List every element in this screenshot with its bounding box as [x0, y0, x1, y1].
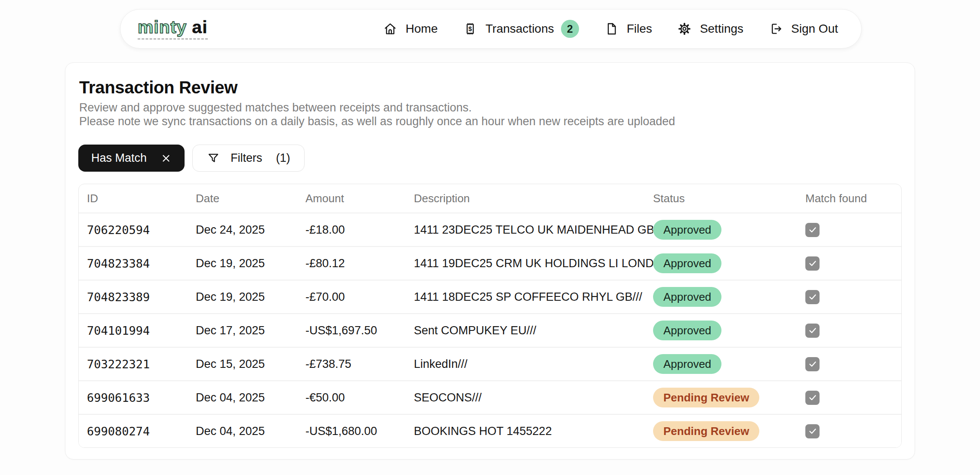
status-badge: Pending Review — [653, 388, 759, 407]
filters-button-label: Filters — [231, 151, 262, 165]
cell-id: 699080274 — [87, 425, 196, 438]
cell-match-found — [805, 424, 901, 438]
cell-date: Dec 17, 2025 — [196, 324, 305, 337]
filter-row: Has Match Filters (1) — [78, 145, 902, 172]
status-badge: Approved — [653, 287, 721, 307]
table-header-row: IDDateAmountDescriptionStatusMatch found — [79, 184, 901, 213]
table-row: 703222321Dec 15, 2025-£738.75LinkedIn///… — [79, 347, 901, 380]
subtitle-line-2: Please note we sync transactions on a da… — [79, 115, 675, 128]
cell-match-found — [805, 357, 901, 371]
nav-item-sign-out[interactable]: Sign Out — [768, 22, 838, 36]
column-header-id: ID — [87, 192, 196, 205]
status-badge: Approved — [653, 321, 721, 340]
gear-icon — [677, 22, 692, 36]
match-found-checkbox[interactable] — [805, 357, 820, 371]
funnel-icon — [206, 151, 220, 165]
column-header-date: Date — [196, 192, 305, 205]
page-title: Transaction Review — [79, 77, 902, 97]
sign-out-icon — [768, 22, 783, 36]
transaction-review-card: Transaction Review Review and approve su… — [65, 62, 915, 460]
cell-amount: -US$1,680.00 — [305, 425, 414, 438]
cell-amount: -£70.00 — [305, 290, 414, 304]
close-icon[interactable] — [160, 153, 172, 164]
cell-status: Approved — [653, 321, 805, 340]
cell-status: Pending Review — [653, 421, 805, 441]
status-badge: Pending Review — [653, 421, 759, 441]
column-header-amount: Amount — [305, 192, 414, 205]
brand-logo-ai: ai — [192, 19, 207, 36]
nav-item-files[interactable]: Files — [604, 22, 652, 36]
page-subtitle: Review and approve suggested matches bet… — [79, 101, 902, 128]
cell-match-found — [805, 290, 901, 304]
cell-description: Sent COMPUKEY EU/// — [414, 324, 653, 337]
brand-logo[interactable]: minty ai — [138, 19, 208, 40]
match-found-checkbox[interactable] — [805, 424, 820, 438]
status-badge: Approved — [653, 253, 721, 273]
file-icon — [604, 22, 619, 36]
cell-match-found — [805, 391, 901, 405]
cell-description: 1411 18DEC25 SP COFFEECO RHYL GB/// — [414, 290, 653, 304]
status-badge: Approved — [653, 220, 721, 240]
filters-count: (1) — [276, 151, 290, 165]
cell-id: 706220594 — [87, 223, 196, 237]
transactions-count-badge: 2 — [561, 20, 579, 38]
column-header-description: Description — [414, 192, 653, 205]
cell-amount: -£80.12 — [305, 257, 414, 270]
filters-button[interactable]: Filters (1) — [192, 145, 305, 172]
cell-match-found — [805, 256, 901, 271]
cell-id: 704823384 — [87, 257, 196, 270]
cell-status: Approved — [653, 220, 805, 240]
cell-status: Approved — [653, 253, 805, 273]
cell-id: 699061633 — [87, 391, 196, 404]
nav-item-settings[interactable]: Settings — [677, 22, 743, 36]
cell-match-found — [805, 324, 901, 338]
cell-description: LinkedIn/// — [414, 358, 653, 371]
nav-menu: Home$Transactions2FilesSettingsSign Out — [383, 20, 838, 38]
match-found-checkbox[interactable] — [805, 256, 820, 271]
cell-amount: -£18.00 — [305, 223, 414, 237]
receipt-icon: $ — [463, 22, 478, 36]
cell-amount: -£738.75 — [305, 358, 414, 371]
nav-item-label: Home — [406, 22, 438, 36]
match-found-checkbox[interactable] — [805, 324, 820, 338]
match-found-checkbox[interactable] — [805, 223, 820, 237]
svg-text:$: $ — [468, 25, 472, 32]
nav-item-home[interactable]: Home — [383, 22, 438, 36]
cell-date: Dec 19, 2025 — [196, 290, 305, 304]
table-body: 706220594Dec 24, 2025-£18.001411 23DEC25… — [79, 213, 901, 447]
match-found-checkbox[interactable] — [805, 391, 820, 405]
match-found-checkbox[interactable] — [805, 290, 820, 304]
has-match-filter-chip[interactable]: Has Match — [78, 145, 185, 172]
top-nav: minty ai Home$Transactions2FilesSettings… — [120, 9, 862, 49]
cell-date: Dec 04, 2025 — [196, 425, 305, 438]
cell-id: 704823389 — [87, 290, 196, 304]
cell-status: Pending Review — [653, 388, 805, 407]
status-badge: Approved — [653, 354, 721, 374]
cell-amount: -US$1,697.50 — [305, 324, 414, 337]
cell-date: Dec 04, 2025 — [196, 391, 305, 404]
brand-logo-minty: minty — [138, 19, 187, 36]
cell-id: 703222321 — [87, 358, 196, 371]
table-row: 704823389Dec 19, 2025-£70.001411 18DEC25… — [79, 280, 901, 313]
table-row: 704101994Dec 17, 2025-US$1,697.50Sent CO… — [79, 313, 901, 347]
cell-status: Approved — [653, 354, 805, 374]
table-row: 706220594Dec 24, 2025-£18.001411 23DEC25… — [79, 213, 901, 246]
cell-status: Approved — [653, 287, 805, 307]
cell-date: Dec 15, 2025 — [196, 358, 305, 371]
cell-date: Dec 19, 2025 — [196, 257, 305, 270]
cell-match-found — [805, 223, 901, 237]
cell-description: 1411 23DEC25 TELCO UK MAIDENHEAD GB/// — [414, 223, 653, 237]
nav-item-label: Transactions — [486, 22, 554, 36]
table-row: 699080274Dec 04, 2025-US$1,680.00BOOKING… — [79, 414, 901, 447]
has-match-chip-label: Has Match — [91, 151, 147, 165]
cell-amount: -€50.00 — [305, 391, 414, 404]
cell-id: 704101994 — [87, 324, 196, 337]
subtitle-line-1: Review and approve suggested matches bet… — [79, 101, 472, 114]
cell-description: SEOCONS/// — [414, 391, 653, 404]
transactions-table: IDDateAmountDescriptionStatusMatch found… — [78, 184, 902, 448]
cell-description: 1411 19DEC25 CRM UK HOLDINGS LI LONDON… — [414, 257, 653, 270]
table-row: 704823384Dec 19, 2025-£80.121411 19DEC25… — [79, 246, 901, 280]
column-header-status: Status — [653, 192, 805, 205]
home-icon — [383, 22, 398, 36]
nav-item-transactions[interactable]: $Transactions2 — [463, 20, 579, 38]
